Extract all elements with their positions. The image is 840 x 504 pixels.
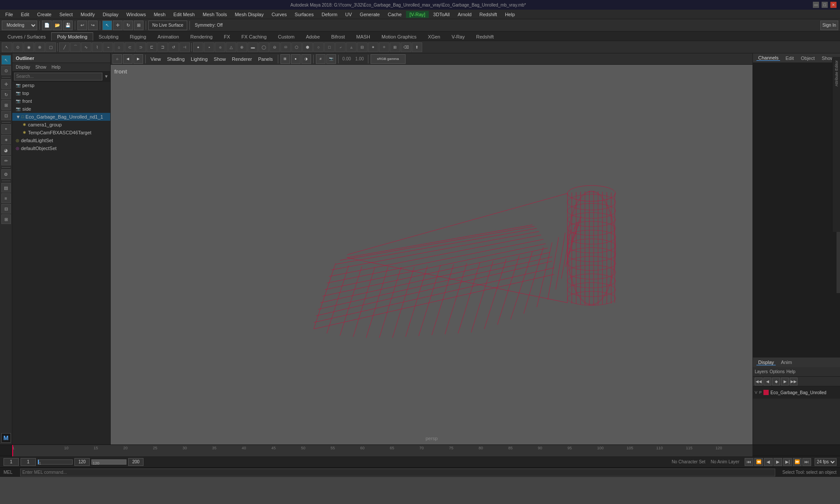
range-slider[interactable]: 120 xyxy=(91,459,126,465)
curve-tool-8[interactable]: ⊃ xyxy=(136,42,146,52)
tab-fx-caching[interactable]: FX Caching xyxy=(236,32,272,41)
vp-shading-menu[interactable]: Shading xyxy=(164,56,187,63)
menu-redshift[interactable]: Redshift xyxy=(476,11,500,18)
menu-cache[interactable]: Cache xyxy=(384,11,405,18)
lattice-icon[interactable]: ⊞ xyxy=(390,42,400,52)
select-icon[interactable]: ↖ xyxy=(2,42,12,52)
cone-icon[interactable]: △ xyxy=(226,42,236,52)
vp-smooth-btn[interactable]: ● xyxy=(291,54,301,64)
vp-gamma-btn[interactable]: sRGB gamma xyxy=(371,54,406,64)
pb-step-back-btn[interactable]: ◀ xyxy=(764,458,773,466)
search-options-btn[interactable]: ▼ xyxy=(104,74,108,79)
viewport-canvas[interactable]: front xyxy=(111,65,752,444)
outliner-item-top[interactable]: 📷 top xyxy=(12,89,110,97)
curve-tool-3[interactable]: ∿ xyxy=(81,42,91,52)
minimize-button[interactable]: — xyxy=(813,2,819,8)
curve-tool-9[interactable]: ⊏ xyxy=(147,42,157,52)
smooth-icon[interactable]: ⌫ xyxy=(401,42,411,52)
joint-icon[interactable]: ✦ xyxy=(368,42,378,52)
disk-icon[interactable]: ◯ xyxy=(259,42,269,52)
magnet-tool[interactable]: ∗ xyxy=(1,135,11,144)
tab-rigging[interactable]: Rigging xyxy=(124,32,152,41)
layer-new-btn[interactable]: ◆ xyxy=(772,378,780,385)
frame-slider-thumb[interactable] xyxy=(38,460,39,464)
nurbs-cyl-icon[interactable]: ⌿ xyxy=(335,42,346,52)
channels-tab-object[interactable]: Object xyxy=(799,56,816,61)
curve-tool-5[interactable]: ⌁ xyxy=(103,42,113,52)
scale-tool-button[interactable]: ⊞ xyxy=(134,21,144,30)
menu-windows[interactable]: Windows xyxy=(123,11,150,18)
menu-mesh[interactable]: Mesh xyxy=(150,11,169,18)
outliner-display-menu[interactable]: Display xyxy=(14,65,32,70)
frame-slider[interactable]: 1 xyxy=(38,459,73,465)
outliner-search-input[interactable] xyxy=(14,73,102,80)
no-character-set[interactable]: No Character Set xyxy=(672,459,705,464)
outliner-show-menu[interactable]: Show xyxy=(34,65,48,70)
layer-visibility-p[interactable]: P xyxy=(759,390,762,395)
polygon-icon[interactable]: ⬡ xyxy=(291,42,302,52)
menu-generate[interactable]: Generate xyxy=(356,11,383,18)
channels-tab-edit[interactable]: Edit xyxy=(784,56,795,61)
blend-icon[interactable]: ⬢ xyxy=(302,42,313,52)
menu-modify[interactable]: Modify xyxy=(77,11,98,18)
channel-box[interactable]: ≡ xyxy=(1,193,11,203)
tab-bifrost[interactable]: Bifrost xyxy=(326,32,350,41)
vp-show-menu[interactable]: Show xyxy=(211,56,229,63)
display-tab[interactable]: Display xyxy=(756,360,776,365)
tab-custom[interactable]: Custom xyxy=(272,32,300,41)
scale-tool-left[interactable]: ⊞ xyxy=(1,100,11,110)
vp-cam-home[interactable]: ⌂ xyxy=(112,54,122,64)
menu-surfaces[interactable]: Surfaces xyxy=(291,11,317,18)
render-settings[interactable]: ⚙ xyxy=(1,169,11,179)
no-anim-layer[interactable]: No Anim Layer xyxy=(710,459,739,464)
move-tool-left[interactable]: ✛ xyxy=(1,79,11,89)
menu-edit[interactable]: Edit xyxy=(18,11,33,18)
outliner-btn[interactable]: ⊞ xyxy=(1,214,11,224)
no-live-surface-indicator[interactable]: No Live Surface xyxy=(148,21,187,30)
display-layer-editor[interactable]: ▤ xyxy=(1,183,11,192)
vp-view-menu[interactable]: View xyxy=(148,56,164,63)
snap-tool[interactable]: ⌖ xyxy=(1,124,11,134)
layer-prev-btn[interactable]: ◀ xyxy=(763,378,771,385)
curve-tool-2[interactable]: ⌒ xyxy=(70,42,80,52)
soft-select-icon[interactable]: ⊗ xyxy=(35,42,45,52)
layer-next-btn[interactable]: ▶ xyxy=(781,378,789,385)
open-scene-button[interactable]: 📂 xyxy=(52,21,62,30)
mode-dropdown[interactable]: Modeling Rigging Animation FX Rendering xyxy=(2,21,37,30)
menu-uv[interactable]: UV xyxy=(342,11,355,18)
sphere-icon[interactable]: ● xyxy=(193,42,203,52)
nurbs-cone-icon[interactable]: ▵ xyxy=(346,42,357,52)
sign-in-button[interactable]: Sign In xyxy=(820,21,838,30)
menu-arnold[interactable]: Arnold xyxy=(454,11,475,18)
menu-vray[interactable]: [V-Ray] xyxy=(406,11,429,18)
layers-menu-item[interactable]: Layers xyxy=(755,369,768,374)
helix-icon[interactable]: ♾ xyxy=(280,42,291,52)
pipe-icon[interactable]: ⊖ xyxy=(270,42,280,52)
menu-deform[interactable]: Deform xyxy=(318,11,341,18)
layer-row-eco[interactable]: V P Eco_Garbage_Bag_Unrolled xyxy=(755,388,838,397)
fps-select[interactable]: 24 fps 25 fps 30 fps xyxy=(815,458,836,466)
menu-display[interactable]: Display xyxy=(99,11,122,18)
vp-camera-btn[interactable]: 📷 xyxy=(326,54,336,64)
tab-poly-modeling[interactable]: Poly Modeling xyxy=(51,32,93,41)
vp-shaded-btn[interactable]: ◑ xyxy=(301,54,311,64)
close-button[interactable]: ✕ xyxy=(830,2,836,8)
anim-tab[interactable]: Anim xyxy=(779,360,794,365)
menu-mesh-tools[interactable]: Mesh Tools xyxy=(199,11,230,18)
vp-wireframe-btn[interactable]: ⊞ xyxy=(280,54,290,64)
deform-icon[interactable]: ⟡ xyxy=(379,42,389,52)
curve-tool-10[interactable]: ⊐ xyxy=(158,42,168,52)
curve-tool-11[interactable]: ↺ xyxy=(168,42,179,52)
tab-curves-surfaces[interactable]: Curves / Surfaces xyxy=(2,32,51,41)
tab-sculpting[interactable]: Sculpting xyxy=(93,32,124,41)
vp-lighting-menu[interactable]: Lighting xyxy=(188,56,210,63)
menu-mesh-display[interactable]: Mesh Display xyxy=(231,11,267,18)
redo-button[interactable]: ↪ xyxy=(88,21,98,30)
pb-last-btn[interactable]: ⏭ xyxy=(802,458,811,466)
timeline-ruler[interactable]: 1 10 15 20 25 30 35 40 45 50 55 60 65 70… xyxy=(12,445,752,456)
layer-last-btn[interactable]: ▶▶ xyxy=(790,378,798,385)
select-tool-button[interactable]: ↖ xyxy=(102,21,112,30)
tab-redshift[interactable]: Redshift xyxy=(470,32,499,41)
soft-mod-tool[interactable]: ◕ xyxy=(1,145,11,155)
start-frame-input[interactable] xyxy=(4,458,19,466)
